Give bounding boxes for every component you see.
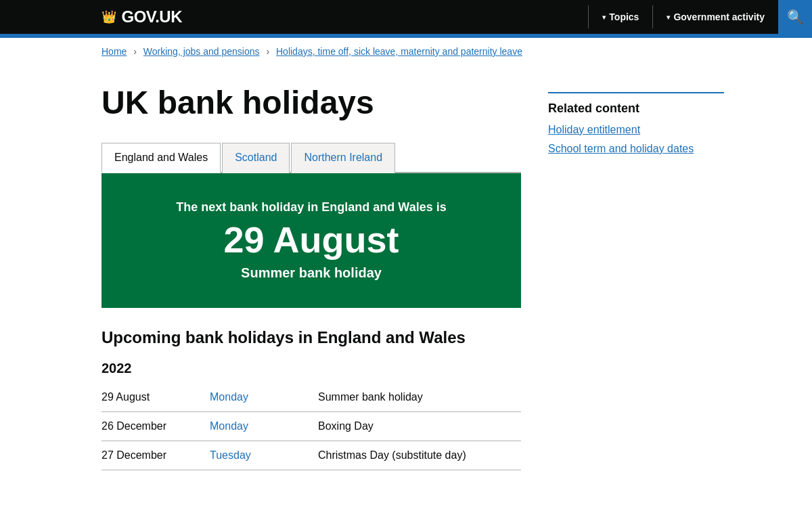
holiday-table: 29 August Monday Summer bank holiday 26 … — [102, 383, 521, 470]
region-tabs: England and Wales Scotland Northern Irel… — [102, 141, 521, 173]
sidebar-link-school-term[interactable]: School term and holiday dates — [548, 143, 724, 155]
tab-scotland[interactable]: Scotland — [222, 143, 290, 173]
gov-activity-button[interactable]: ▾ Government activity — [653, 0, 778, 34]
gov-activity-chevron-icon: ▾ — [667, 14, 670, 21]
next-holiday-banner: The next bank holiday in England and Wal… — [102, 173, 521, 308]
holiday-day: Tuesday — [210, 441, 318, 470]
banner-date: 29 August — [122, 220, 501, 260]
topics-button[interactable]: ▾ Topics — [589, 0, 652, 34]
site-logo: 👑 GOV.UK — [0, 0, 588, 34]
holiday-day: Monday — [210, 383, 318, 412]
crown-icon: 👑 — [102, 9, 116, 24]
site-header: 👑 GOV.UK ▾ Topics ▾ Government activity … — [0, 0, 812, 34]
holiday-day: Monday — [210, 412, 318, 441]
search-button[interactable]: 🔍 — [778, 0, 812, 34]
gov-activity-label: Government activity — [673, 12, 765, 22]
main-container: UK bank holidays England and Wales Scotl… — [0, 65, 812, 511]
breadcrumb-home[interactable]: Home — [102, 46, 127, 57]
holiday-date: 27 December — [102, 441, 210, 470]
sidebar: Related content Holiday entitlement Scho… — [548, 85, 724, 470]
breadcrumb-working[interactable]: Working, jobs and pensions — [143, 46, 260, 57]
related-content-heading: Related content — [548, 92, 724, 116]
table-row: 29 August Monday Summer bank holiday — [102, 383, 521, 412]
breadcrumb-holidays[interactable]: Holidays, time off, sick leave, maternit… — [276, 46, 522, 57]
page-title: UK bank holidays — [102, 85, 521, 121]
topics-label: Topics — [609, 12, 639, 22]
tab-england-wales[interactable]: England and Wales — [102, 143, 221, 173]
breadcrumb-sep-2: › — [266, 46, 269, 57]
year-heading-2022: 2022 — [102, 361, 521, 376]
breadcrumb-sep-1: › — [133, 46, 137, 57]
banner-subtitle: The next bank holiday in England and Wal… — [122, 200, 501, 215]
holiday-name: Christmas Day (substitute day) — [318, 441, 521, 470]
holiday-date: 26 December — [102, 412, 210, 441]
holiday-name: Summer bank holiday — [318, 383, 521, 412]
breadcrumb: Home › Working, jobs and pensions › Holi… — [0, 38, 812, 65]
main-content: UK bank holidays England and Wales Scotl… — [102, 85, 521, 470]
search-icon: 🔍 — [787, 9, 804, 25]
upcoming-heading: Upcoming bank holidays in England and Wa… — [102, 328, 521, 347]
logo-text: GOV.UK — [122, 7, 182, 26]
table-row: 26 December Monday Boxing Day — [102, 412, 521, 441]
sidebar-link-holiday-entitlement[interactable]: Holiday entitlement — [548, 124, 724, 136]
holiday-date: 29 August — [102, 383, 210, 412]
header-nav: ▾ Topics ▾ Government activity — [589, 0, 778, 34]
table-row: 27 December Tuesday Christmas Day (subst… — [102, 441, 521, 470]
topics-chevron-icon: ▾ — [602, 14, 606, 21]
banner-name: Summer bank holiday — [122, 265, 501, 281]
holiday-name: Boxing Day — [318, 412, 521, 441]
tab-northern-ireland[interactable]: Northern Ireland — [291, 143, 395, 173]
